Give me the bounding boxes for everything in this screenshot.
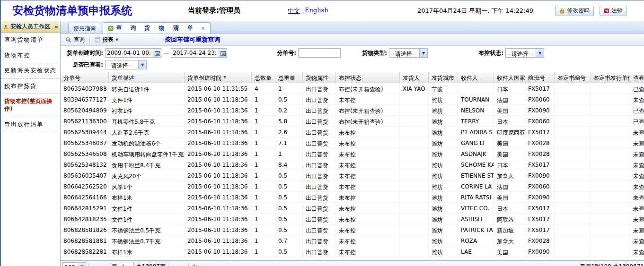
- table-cell: 未查看: [630, 181, 644, 191]
- sidebar-item[interactable]: 导 出 放 行 清 单: [1, 117, 60, 133]
- table-row[interactable]: 806354037988转关自送货1件2015-06-10 11:31:5541…: [61, 83, 644, 94]
- table-cell: 出口普货: [303, 214, 336, 224]
- change-password-button[interactable]: 修改密码: [555, 6, 594, 16]
- logout-button[interactable]: 注销: [600, 6, 627, 16]
- column-header[interactable]: 航班号: [525, 72, 555, 83]
- chevron-down-icon[interactable]: ▼: [536, 49, 544, 57]
- lang-chinese-link[interactable]: 中文: [288, 7, 300, 15]
- column-header[interactable]: 货物属性: [303, 72, 336, 83]
- sidebar-item[interactable]: 查 询 货 物 清 单: [1, 33, 60, 48]
- page-number-input[interactable]: [120, 263, 134, 266]
- refresh-icon[interactable]: ↻: [191, 264, 199, 266]
- suborder-input[interactable]: [298, 48, 341, 58]
- table-cell: 布样1米: [109, 192, 185, 202]
- table-row[interactable]: 805625348132食用干粉丝8.4千克2015-06-10 11:18:3…: [61, 159, 644, 170]
- column-header[interactable]: 货单创建时间▼: [185, 72, 252, 83]
- table-row[interactable]: 805636035407麦克风20个2015-06-10 11:18:3610.…: [61, 170, 644, 181]
- table-cell: [400, 214, 429, 224]
- table-row[interactable]: 805625346508机动车辆用转向盘零件1千克2015-06-10 11:1…: [61, 148, 644, 159]
- table-cell: 发动机的滤油器6个: [109, 137, 185, 148]
- table-cell: TOURNAN: [458, 94, 494, 104]
- table-cell: FX0060: [525, 116, 555, 126]
- table-cell: [591, 159, 630, 170]
- table-cell: FX0028: [525, 235, 555, 246]
- chevron-down-icon[interactable]: ▼: [419, 49, 427, 57]
- table-cell: 转关自送货1件: [109, 83, 185, 94]
- table-cell: 2015-06-10 11:18:36: [185, 192, 252, 202]
- table-cell: 日本: [494, 116, 525, 126]
- column-header[interactable]: 发货城市: [429, 72, 458, 83]
- sidebar-item[interactable]: 货 物 布 控: [1, 48, 60, 64]
- table-cell: [591, 235, 630, 246]
- table-row[interactable]: 806828582281布样1米2015-06-10 11:18:3610.5出…: [61, 246, 644, 257]
- chevron-down-icon[interactable]: ▼: [138, 60, 146, 69]
- column-header[interactable]: 总重量: [275, 72, 303, 83]
- cargo-type-value: --请选择--: [389, 49, 419, 57]
- chevron-down-icon[interactable]: ▼: [78, 263, 86, 266]
- table-cell: FX0090: [525, 170, 555, 180]
- table-cell: 未查看: [630, 224, 644, 235]
- table-row[interactable]: 806828581881不锈钢法兰0.7千克2015-06-10 11:18:3…: [61, 235, 644, 246]
- table-row[interactable]: 803946577127文件1件2015-06-10 11:18:3610.5出…: [61, 94, 644, 105]
- table-cell: 0.5: [275, 181, 303, 191]
- table-row[interactable]: 806642815291文件1件2015-06-10 11:18:3610.5出…: [61, 203, 644, 214]
- collapse-panel-icon[interactable]: «: [54, 23, 58, 30]
- table-cell: 未布控: [336, 214, 400, 224]
- table-cell: 未查看: [630, 203, 644, 213]
- page-size-select[interactable]: 100 ▼: [62, 262, 86, 266]
- column-header[interactable]: 鉴定书发行单位: [591, 72, 630, 83]
- table-row[interactable]: 806642562520风筝1个2015-06-10 11:18:3610.5出…: [61, 181, 644, 192]
- table-row[interactable]: 805621136300耳机零件5.8千克2015-06-10 11:18:36…: [61, 116, 644, 127]
- table-row[interactable]: 805620494809衬衣1件2015-06-10 11:18:3610.2出…: [61, 105, 644, 116]
- table-cell: 文件1件: [109, 203, 185, 213]
- table-row[interactable]: 806642818235文件1件2015-06-10 11:18:3610.5出…: [61, 214, 644, 224]
- column-header[interactable]: 布控状态: [336, 72, 400, 83]
- control-status-select[interactable]: --请选择-- ▼: [505, 48, 544, 58]
- first-page-button[interactable]: «: [91, 264, 98, 266]
- table-cell: FX5017: [525, 214, 555, 224]
- next-page-button[interactable]: ›: [171, 264, 176, 266]
- table-cell: 未布控: [336, 246, 400, 257]
- column-header[interactable]: 查看状态: [630, 72, 644, 83]
- create-time-from-input[interactable]: [106, 49, 153, 57]
- tab-usage-guide[interactable]: 使用指南: [68, 23, 101, 34]
- column-header[interactable]: 发货人: [400, 72, 429, 83]
- prev-page-button[interactable]: ‹: [101, 264, 106, 266]
- column-header-label: 鉴定书发行单位: [593, 74, 630, 83]
- report-menu-button[interactable]: 报表 ▼: [93, 35, 120, 44]
- column-header[interactable]: 收件人: [458, 72, 494, 83]
- sidebar-item[interactable]: 更 新 海 关 安 检 状 态: [1, 63, 60, 79]
- calendar-icon[interactable]: [219, 49, 227, 57]
- table-cell: 日本: [494, 83, 525, 94]
- last-page-button[interactable]: »: [179, 264, 186, 266]
- table-cell: 未布控: [336, 181, 400, 191]
- column-header[interactable]: 收件人国家: [494, 72, 525, 83]
- column-header[interactable]: 货单描述: [109, 72, 185, 83]
- filter-panel: 货单创建时间: — 分单号:: [61, 46, 644, 72]
- calendar-icon[interactable]: [153, 49, 161, 57]
- table-cell: 未查看: [630, 192, 644, 202]
- table-cell: 出口普货: [303, 83, 336, 94]
- column-header[interactable]: 鉴定书编号: [555, 72, 591, 83]
- create-time-to-field: [171, 48, 227, 58]
- lang-english-link[interactable]: English: [305, 7, 328, 15]
- table-cell: 2015-06-10 11:18:36: [185, 235, 252, 246]
- table-cell: [591, 137, 630, 148]
- close-icon[interactable]: ×: [201, 25, 205, 32]
- cargo-type-select[interactable]: --请选择-- ▼: [389, 48, 428, 58]
- sidebar-item[interactable]: 预 布 控 拣 货: [1, 79, 60, 94]
- query-button[interactable]: 查询: [63, 35, 87, 44]
- sidebar-item[interactable]: 货物布控(整页面操作): [1, 94, 60, 117]
- create-time-to-input[interactable]: [171, 49, 219, 57]
- table-row[interactable]: 806642564166布样1米2015-06-10 11:18:3610.5出…: [61, 192, 644, 203]
- tab-query-cargo-list[interactable]: 查 询 货 物 清 单 ×: [103, 22, 211, 34]
- table-row[interactable]: 805625346037发动机的滤油器6个2015-06-10 11:18:36…: [61, 137, 644, 148]
- table-cell: [555, 224, 591, 235]
- column-header[interactable]: 总数量: [252, 72, 275, 83]
- viewed-select[interactable]: --请选择-- ▼: [105, 60, 147, 69]
- table-cell: 0.5: [275, 214, 303, 224]
- table-row[interactable]: 805625309444人造革2.6千克2015-06-10 11:18:361…: [61, 127, 644, 137]
- table-row[interactable]: 806828581826不锈钢法兰0.5千克2015-06-10 11:18:3…: [61, 224, 644, 235]
- table-cell: 1: [252, 203, 275, 213]
- column-header[interactable]: 分单号: [61, 72, 109, 83]
